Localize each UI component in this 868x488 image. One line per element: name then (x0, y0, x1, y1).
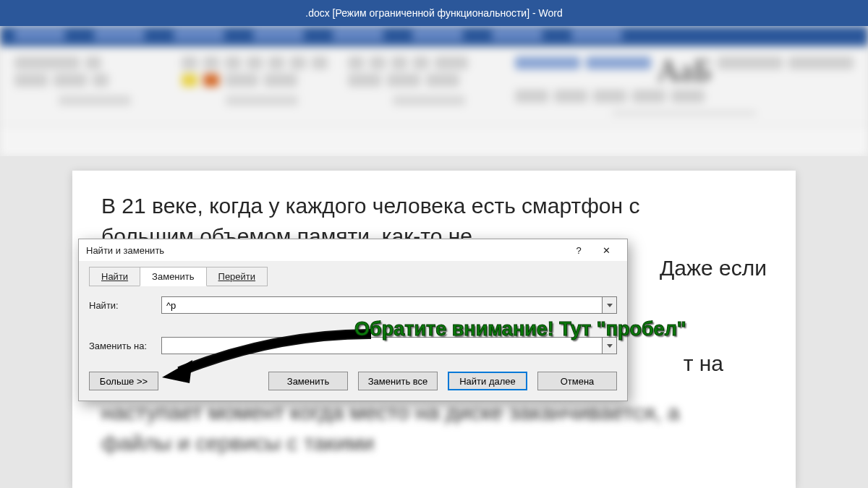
svg-marker-0 (162, 360, 192, 383)
document-fragment: т на (684, 348, 723, 379)
tab-replace[interactable]: Заменить (140, 267, 206, 286)
help-icon: ? (576, 245, 581, 256)
document-fragment: Даже если (660, 253, 767, 283)
find-label: Найти: (89, 300, 161, 311)
replace-label: Заменить на: (89, 341, 161, 351)
ribbon-blurred: АаБ (0, 26, 868, 156)
document-blurred-text: наступает момент когда место на диске за… (101, 398, 767, 428)
window-titlebar: .docx [Режим ограниченной функциональнос… (0, 0, 868, 26)
more-button[interactable]: Больше >> (89, 372, 158, 390)
dialog-tabs: Найти Заменить Перейти (89, 267, 617, 286)
dialog-title: Найти и заменить (86, 245, 565, 256)
chevron-down-icon (607, 344, 613, 348)
find-history-dropdown[interactable] (603, 296, 617, 314)
cancel-button[interactable]: Отмена (537, 372, 617, 390)
find-next-button[interactable]: Найти далее (448, 372, 527, 390)
window-title: .docx [Режим ограниченной функциональнос… (305, 7, 562, 19)
dialog-titlebar[interactable]: Найти и заменить ? ✕ (79, 239, 627, 261)
close-button[interactable]: ✕ (592, 240, 620, 260)
help-button[interactable]: ? (565, 240, 592, 260)
tab-find[interactable]: Найти (89, 267, 140, 286)
document-text-line: В 21 веке, когда у каждого человека есть… (101, 191, 767, 221)
annotation-arrow (158, 327, 375, 385)
annotation-callout: Обратите внимание! Тут "пробел" (354, 318, 686, 341)
close-icon: ✕ (603, 245, 610, 256)
tab-goto[interactable]: Перейти (206, 267, 268, 286)
find-input[interactable] (161, 296, 603, 314)
document-blurred-text: файлы и сервисы с такими (101, 428, 767, 458)
chevron-down-icon (607, 304, 613, 307)
